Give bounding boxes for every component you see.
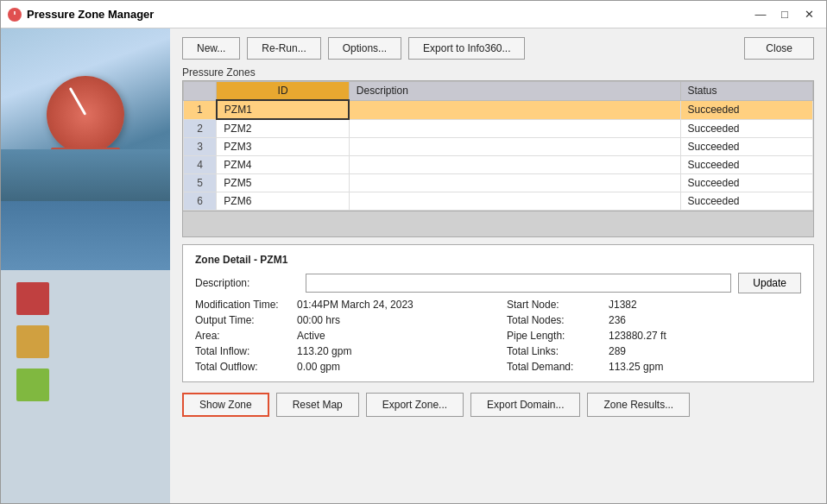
col-header-id: ID [217, 82, 349, 101]
description-label: Description: [195, 277, 299, 289]
export-domain-button[interactable]: Export Domain... [470, 393, 580, 417]
area-label: Area: [195, 330, 290, 342]
right-panel: New... Re-Run... Options... Export to In… [170, 28, 826, 503]
output-time-label: Output Time: [195, 314, 290, 326]
options-button[interactable]: Options... [328, 37, 401, 60]
table-cell-description [349, 119, 680, 138]
table-cell-num: 3 [184, 138, 217, 156]
start-node-label: Start Node: [507, 299, 602, 311]
rerun-button[interactable]: Re-Run... [247, 37, 320, 60]
zone-detail-section: Zone Detail - PZM1 Description: Update M… [182, 244, 814, 382]
table-scroll-area[interactable] [183, 211, 813, 236]
table-cell-num: 1 [184, 100, 217, 119]
table-cell-id: PZM6 [217, 192, 349, 211]
table-row[interactable]: 3PZM3Succeeded [184, 138, 813, 156]
table-cell-description [349, 192, 680, 211]
table-row[interactable]: 4PZM4Succeeded [184, 156, 813, 174]
col-header-status: Status [680, 82, 813, 101]
table-cell-num: 2 [184, 119, 217, 138]
modification-time-value: 01:44PM March 24, 2023 [297, 299, 414, 311]
pressure-zones-table: ID Description Status 1PZM1Succeeded2PZM… [183, 81, 813, 211]
close-button[interactable]: Close [744, 37, 814, 60]
table-header-row: ID Description Status [184, 82, 813, 101]
window-controls: — □ ✕ [750, 5, 819, 24]
update-button[interactable]: Update [738, 273, 801, 293]
total-outflow-label: Total Outflow: [195, 361, 290, 373]
export-zone-button[interactable]: Export Zone... [366, 393, 464, 417]
action-bar: Show Zone Reset Map Export Zone... Expor… [182, 393, 814, 417]
pressure-zones-label: Pressure Zones [182, 66, 814, 79]
area-value: Active [297, 330, 325, 342]
table-row[interactable]: 6PZM6Succeeded [184, 192, 813, 211]
app-icon [8, 8, 22, 22]
window-title: Pressure Zone Manager [27, 8, 154, 21]
content-area: New... Re-Run... Options... Export to In… [1, 28, 826, 503]
show-zone-button[interactable]: Show Zone [182, 393, 269, 417]
detail-grid: Modification Time: 01:44PM March 24, 202… [195, 299, 801, 373]
left-panel-swatches [1, 270, 170, 503]
table-cell-id: PZM1 [217, 100, 349, 119]
table-cell-num: 5 [184, 174, 217, 192]
table-cell-description [349, 174, 680, 192]
table-cell-status: Succeeded [680, 119, 813, 138]
start-node-row: Start Node: J1382 [507, 299, 801, 311]
minimize-button[interactable]: — [750, 5, 771, 24]
new-button[interactable]: New... [182, 37, 240, 60]
pipe-length-label: Pipe Length: [507, 330, 602, 342]
maximize-button[interactable]: □ [774, 5, 795, 24]
gauge-needle [69, 87, 87, 116]
reset-map-button[interactable]: Reset Map [276, 393, 359, 417]
total-links-label: Total Links: [507, 345, 602, 357]
description-row: Description: Update [195, 273, 801, 293]
table-cell-status: Succeeded [680, 174, 813, 192]
color-swatch-red [16, 282, 49, 315]
modification-time-label: Modification Time: [195, 299, 290, 311]
zone-results-button[interactable]: Zone Results... [587, 393, 690, 417]
table-cell-id: PZM4 [217, 156, 349, 174]
table-row[interactable]: 5PZM5Succeeded [184, 174, 813, 192]
toolbar: New... Re-Run... Options... Export to In… [182, 37, 814, 60]
total-links-row: Total Links: 289 [507, 345, 801, 357]
total-outflow-row: Total Outflow: 0.00 gpm [195, 361, 489, 373]
description-input[interactable] [306, 274, 731, 293]
total-nodes-row: Total Nodes: 236 [507, 314, 801, 326]
total-inflow-row: Total Inflow: 113.20 gpm [195, 345, 489, 357]
table-cell-description [349, 100, 680, 119]
total-demand-value: 113.25 gpm [609, 361, 663, 373]
window-close-button[interactable]: ✕ [799, 5, 819, 24]
main-window: Pressure Zone Manager — □ ✕ [0, 0, 827, 504]
table-row[interactable]: 2PZM2Succeeded [184, 119, 813, 138]
left-panel-top [1, 28, 170, 201]
table-cell-id: PZM3 [217, 138, 349, 156]
pipe-length-value: 123880.27 ft [609, 330, 666, 342]
total-nodes-label: Total Nodes: [507, 314, 602, 326]
total-inflow-value: 113.20 gpm [297, 345, 351, 357]
total-demand-row: Total Demand: 113.25 gpm [507, 361, 801, 373]
color-swatch-yellow [16, 325, 49, 358]
table-row[interactable]: 1PZM1Succeeded [184, 100, 813, 119]
color-swatch-green [16, 369, 49, 401]
pipe-length-row: Pipe Length: 123880.27 ft [507, 330, 801, 342]
pressure-zones-table-container: ID Description Status 1PZM1Succeeded2PZM… [182, 80, 814, 237]
total-nodes-value: 236 [609, 314, 626, 326]
table-cell-status: Succeeded [680, 192, 813, 211]
total-demand-label: Total Demand: [507, 361, 602, 373]
title-bar: Pressure Zone Manager — □ ✕ [1, 1, 826, 28]
output-time-row: Output Time: 00:00 hrs [195, 314, 489, 326]
gauge-graphic [47, 76, 124, 154]
export-info360-button[interactable]: Export to Info360... [408, 37, 525, 60]
left-panel-bottom [1, 201, 170, 503]
col-header-num [184, 82, 217, 101]
table-cell-num: 6 [184, 192, 217, 211]
table-cell-id: PZM5 [217, 174, 349, 192]
table-cell-num: 4 [184, 156, 217, 174]
title-bar-left: Pressure Zone Manager [8, 8, 154, 22]
output-time-value: 00:00 hrs [297, 314, 340, 326]
toolbar-left: New... Re-Run... Options... Export to In… [182, 37, 525, 60]
zone-detail-title: Zone Detail - PZM1 [195, 254, 801, 266]
total-outflow-value: 0.00 gpm [297, 361, 340, 373]
total-inflow-label: Total Inflow: [195, 345, 290, 357]
table-cell-status: Succeeded [680, 156, 813, 174]
total-links-value: 289 [609, 345, 626, 357]
left-panel-blue-section [1, 201, 170, 270]
